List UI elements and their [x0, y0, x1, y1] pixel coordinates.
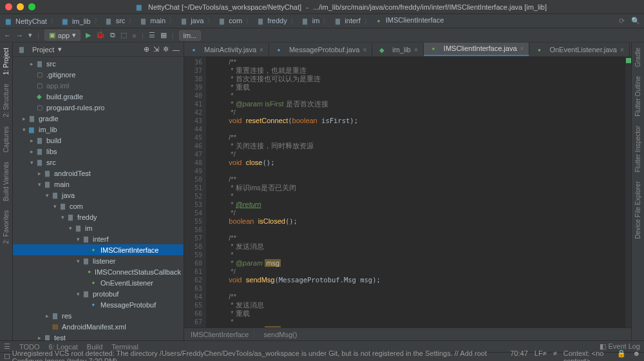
- traffic-lights[interactable]: [5, 3, 35, 10]
- tree-twisty-icon[interactable]: ▾: [44, 192, 50, 199]
- tree-node[interactable]: MessageProtobuf: [13, 299, 184, 310]
- tool-stripe-button[interactable]: Captures: [3, 126, 10, 153]
- tree-twisty-icon[interactable]: ▾: [75, 258, 81, 264]
- module-selector[interactable]: im...: [179, 30, 202, 41]
- tree-node[interactable]: ▾src: [13, 157, 184, 168]
- breadcrumb-segment[interactable]: com: [229, 17, 242, 24]
- tool-stripe-button[interactable]: Flutter Outline: [634, 76, 641, 117]
- tree-twisty-icon[interactable]: ▾: [59, 214, 66, 220]
- breadcrumb-segment[interactable]: java: [191, 17, 204, 24]
- tree-node[interactable]: ▸build: [13, 135, 184, 146]
- tree-twisty-icon[interactable]: ▸: [28, 137, 35, 144]
- tree-node[interactable]: ▾freddy: [13, 211, 184, 222]
- back-icon[interactable]: ←: [4, 32, 11, 39]
- tree-node[interactable]: proguard-rules.pro: [13, 102, 184, 113]
- tree-twisty-icon[interactable]: ▾: [21, 126, 27, 133]
- breadcrumb-segment[interactable]: im_lib: [72, 17, 91, 24]
- tool-stripe-button[interactable]: Device File Explorer: [634, 181, 641, 239]
- close-tab-icon[interactable]: ×: [620, 46, 624, 54]
- sdk-icon[interactable]: ▦: [160, 31, 167, 39]
- hammer-icon[interactable]: ▾: [28, 31, 32, 39]
- tree-twisty-icon[interactable]: ▾: [67, 225, 73, 231]
- tree-node[interactable]: ▾main: [13, 179, 184, 190]
- tree-twisty-icon[interactable]: ▸: [21, 115, 27, 122]
- close-window-icon[interactable]: [5, 3, 12, 10]
- tool-stripe-button[interactable]: 1: Project: [3, 48, 10, 75]
- zoom-window-icon[interactable]: [28, 3, 35, 10]
- tree-node[interactable]: ▾protobuf: [13, 288, 184, 299]
- tool-stripe-button[interactable]: 2: Favorites: [3, 210, 10, 244]
- tree-twisty-icon[interactable]: ▾: [52, 203, 58, 210]
- tree-node[interactable]: .gitignore: [13, 69, 184, 80]
- tree-node[interactable]: build.gradle: [13, 91, 184, 102]
- debug-icon[interactable]: 🐞: [96, 31, 105, 39]
- breadcrumb-segment[interactable]: src: [116, 17, 126, 24]
- profile-icon[interactable]: ⧉: [110, 31, 115, 39]
- gear-icon[interactable]: ✲: [163, 45, 169, 54]
- target-icon[interactable]: ⊕: [144, 45, 149, 54]
- collapse-icon[interactable]: ⇲: [153, 45, 159, 54]
- tool-stripe-button[interactable]: 2: Structure: [3, 84, 10, 117]
- tree-twisty-icon[interactable]: ▾: [75, 291, 81, 297]
- tool-stripe-button[interactable]: Build Variants: [3, 162, 10, 201]
- tree-node[interactable]: ▸res: [13, 310, 184, 321]
- close-tab-icon[interactable]: ×: [363, 46, 366, 54]
- tree-node[interactable]: ▾java: [13, 190, 184, 200]
- tree-twisty-icon[interactable]: ▸: [36, 335, 43, 341]
- status-message[interactable]: Unregistered VCS root detected: The dire…: [12, 349, 510, 362]
- editor-breadcrumb[interactable]: IMSClientInterface〉sendMsg(): [184, 327, 631, 340]
- tree-node[interactable]: ▾interf: [13, 233, 184, 244]
- breadcrumb[interactable]: NettyChat〉im_lib〉src〉main〉java〉com〉fredd…: [4, 16, 444, 26]
- breadcrumb-segment[interactable]: im: [312, 17, 320, 24]
- editor-tab[interactable]: MainActivity.java×: [184, 43, 269, 56]
- tree-twisty-icon[interactable]: ▸: [28, 148, 35, 155]
- tree-node[interactable]: ▸test: [13, 332, 184, 340]
- breadcrumb-segment[interactable]: freddy: [267, 17, 287, 24]
- hector-icon[interactable]: ☻: [632, 349, 640, 362]
- tree-twisty-icon[interactable]: ▸: [44, 313, 50, 319]
- tree-node[interactable]: OnEventListener: [13, 277, 184, 288]
- tree-node[interactable]: ▸src: [13, 58, 184, 69]
- editor-crumb[interactable]: IMSClientInterface: [191, 331, 249, 338]
- chevron-down-icon[interactable]: ▾: [58, 45, 62, 54]
- project-tree[interactable]: ▸src.gitignoreapp.imlbuild.gradleproguar…: [13, 57, 184, 340]
- messages-icon[interactable]: ☰: [4, 342, 10, 351]
- error-stripe[interactable]: [625, 57, 631, 327]
- tree-twisty-icon[interactable]: ▸: [28, 61, 35, 67]
- tree-twisty-icon[interactable]: ▸: [36, 170, 43, 177]
- tree-node[interactable]: ▸libs: [13, 146, 184, 157]
- close-tab-icon[interactable]: ×: [260, 46, 263, 54]
- editor-tabs[interactable]: MainActivity.java×MessageProtobuf.java×i…: [184, 43, 631, 57]
- run-icon[interactable]: ▶: [86, 31, 91, 39]
- line-separator[interactable]: LF≠: [535, 349, 547, 362]
- attach-icon[interactable]: ⬚: [120, 31, 127, 39]
- tree-node[interactable]: ▾im_lib: [13, 124, 184, 135]
- tree-node[interactable]: ▾im: [13, 222, 184, 233]
- search-icon[interactable]: 🔍: [631, 17, 640, 25]
- editor-crumb[interactable]: sendMsg(): [263, 331, 297, 338]
- tool-stripe-button[interactable]: Flutter Inspector: [634, 126, 641, 172]
- breadcrumb-segment[interactable]: interf: [345, 17, 360, 24]
- file-encoding[interactable]: ≠: [553, 349, 557, 362]
- caret-position[interactable]: 70:47: [510, 349, 528, 362]
- tool-stripe-button[interactable]: Gradle: [634, 48, 641, 67]
- editor-tab[interactable]: IMSClientInterface.java×: [424, 43, 530, 56]
- tree-node[interactable]: IMSClientInterface: [13, 244, 184, 255]
- run-config-selector[interactable]: ▣ app ▾: [44, 30, 80, 41]
- tree-twisty-icon[interactable]: ▾: [75, 236, 81, 242]
- breadcrumb-segment[interactable]: IMSClientInterface: [386, 16, 444, 24]
- editor-tab[interactable]: MessageProtobuf.java×: [269, 43, 372, 56]
- tree-twisty-icon[interactable]: ▾: [28, 159, 35, 166]
- tree-node[interactable]: ▾listener: [13, 255, 184, 266]
- stop-icon[interactable]: ■: [132, 32, 137, 39]
- sync-icon[interactable]: ⟳: [619, 17, 625, 25]
- breadcrumb-segment[interactable]: main: [150, 17, 166, 24]
- hide-icon[interactable]: —: [173, 46, 180, 54]
- breadcrumb-segment[interactable]: NettyChat: [15, 17, 47, 24]
- context-label[interactable]: Context: <no context>: [564, 349, 611, 362]
- forward-icon[interactable]: →: [16, 32, 23, 39]
- lock-icon[interactable]: 🔒: [617, 349, 626, 362]
- tree-twisty-icon[interactable]: ▾: [36, 181, 43, 188]
- tree-node[interactable]: ▾com: [13, 200, 184, 211]
- avd-icon[interactable]: ☰: [149, 31, 155, 39]
